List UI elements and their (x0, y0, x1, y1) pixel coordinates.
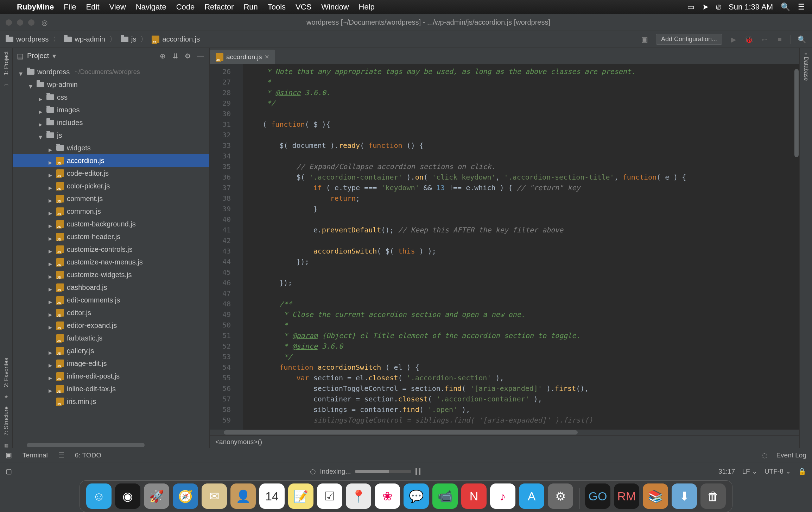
line-separator[interactable]: LF ⌄ (742, 467, 757, 475)
cursor-icon[interactable]: ➤ (702, 2, 709, 12)
disclosure-triangle-icon[interactable] (49, 272, 53, 277)
disclosure-triangle-icon[interactable] (49, 323, 53, 328)
dock-app-facetime[interactable]: 📹 (432, 483, 458, 509)
disclosure-triangle-icon[interactable] (39, 107, 44, 112)
tree-item-image-edit.js[interactable]: image-edit.js (13, 357, 209, 370)
tree-item-iris.min.js[interactable]: iris.min.js (13, 395, 209, 408)
tree-item-editor-expand.js[interactable]: editor-expand.js (13, 319, 209, 332)
lock-icon[interactable]: 🔒 (798, 467, 806, 475)
dock-app-launchpad[interactable]: 🚀 (144, 483, 169, 509)
disclosure-triangle-icon[interactable] (39, 120, 44, 125)
breadcrumb-wordpress[interactable]: wordpress (16, 35, 49, 43)
dock-app-downloads[interactable]: ⬇ (672, 483, 697, 509)
tree-item-customize-nav-menus.js[interactable]: customize-nav-menus.js (13, 256, 209, 268)
menu-vcs[interactable]: VCS (296, 2, 311, 12)
project-tree-hscrollbar[interactable] (13, 442, 209, 448)
window-minimize-button[interactable] (17, 19, 23, 26)
airplay-icon[interactable]: ⎚ (716, 2, 721, 12)
disclosure-triangle-icon[interactable] (39, 133, 44, 138)
disclosure-triangle-icon[interactable] (49, 171, 53, 176)
caret-position[interactable]: 31:17 (718, 468, 735, 475)
dock-app-news[interactable]: N (461, 483, 487, 509)
stop-icon[interactable]: ■ (775, 35, 784, 44)
menu-code[interactable]: Code (176, 2, 195, 12)
disclosure-triangle-icon[interactable] (49, 209, 53, 214)
dock-app-rubymine[interactable]: RM (614, 483, 639, 509)
disclosure-triangle-icon[interactable] (49, 183, 53, 188)
search-everywhere-icon[interactable]: 🔍 (797, 35, 806, 44)
dock-app-contacts[interactable]: 👤 (230, 483, 256, 509)
dropdown-chevron-icon[interactable]: ▾ (52, 52, 56, 60)
tree-item-gallery.js[interactable]: gallery.js (13, 344, 209, 357)
editor-breadcrumb[interactable]: <anonymous>() (215, 438, 262, 446)
dock-app-appstore[interactable]: A (519, 483, 544, 509)
locate-icon[interactable]: ⊕ (158, 51, 167, 61)
disclosure-triangle-icon[interactable] (49, 158, 53, 163)
disclosure-triangle-icon[interactable] (49, 285, 53, 290)
hide-panel-icon[interactable]: — (196, 51, 205, 61)
tree-item-farbtastic.js[interactable]: farbtastic.js (13, 332, 209, 344)
menu-help[interactable]: Help (359, 2, 375, 12)
tree-item-inline-edit-post.js[interactable]: inline-edit-post.js (13, 370, 209, 382)
disclosure-triangle-icon[interactable] (49, 260, 53, 264)
debug-icon[interactable]: 🐞 (744, 35, 753, 44)
tree-item-common.js[interactable]: common.js (13, 205, 209, 218)
project-panel-title[interactable]: Project (27, 52, 49, 60)
disclosure-triangle-icon[interactable] (49, 399, 53, 404)
dock-app-finder[interactable]: ☺ (86, 483, 112, 509)
line-number-gutter[interactable]: 2627282930313233343536373839404142434445… (210, 64, 234, 430)
breadcrumb-wp-admin[interactable]: wp-admin (75, 35, 105, 43)
file-encoding[interactable]: UTF-8 ⌄ (765, 467, 791, 475)
editor-hscrollbar[interactable] (210, 430, 799, 435)
tree-item-customize-widgets.js[interactable]: customize-widgets.js (13, 268, 209, 281)
disclosure-triangle-icon[interactable] (49, 247, 53, 252)
disclosure-triangle-icon[interactable] (39, 95, 44, 100)
disclosure-triangle-icon[interactable] (49, 386, 53, 391)
tool-structure-tab[interactable]: 7: Structure (3, 406, 9, 436)
tree-item-js[interactable]: js (13, 129, 209, 142)
disclosure-triangle-icon[interactable] (49, 336, 53, 341)
dock-app-notes[interactable]: 📝 (288, 483, 313, 509)
event-log-tab[interactable]: Event Log (776, 451, 806, 459)
tool-database-tab[interactable]: Database (803, 57, 809, 81)
disclosure-triangle-icon[interactable] (49, 374, 53, 379)
todo-tab[interactable]: 6: TODO (75, 451, 101, 459)
tree-item-wp-admin[interactable]: wp-admin (13, 78, 209, 91)
menu-navigate[interactable]: Navigate (136, 2, 166, 12)
menu-edit[interactable]: Edit (86, 2, 100, 12)
dock-app-trash[interactable]: 🗑 (700, 483, 726, 509)
menu-window[interactable]: Window (321, 2, 349, 12)
add-configuration-button[interactable]: Add Configuration... (656, 34, 722, 45)
tree-item-customize-controls.js[interactable]: customize-controls.js (13, 243, 209, 256)
tree-item-edit-comments.js[interactable]: edit-comments.js (13, 294, 209, 306)
tree-item-css[interactable]: css (13, 91, 209, 104)
tree-item-includes[interactable]: includes (13, 116, 209, 129)
disclosure-triangle-icon[interactable] (49, 221, 53, 226)
folder-strip-icon[interactable]: ▭ (4, 82, 8, 88)
dock-app-goland[interactable]: GO (585, 483, 610, 509)
tree-item-accordion.js[interactable]: accordion.js (13, 154, 209, 167)
tree-item-code-editor.js[interactable]: code-editor.js (13, 167, 209, 180)
clock[interactable]: Sun 1:39 AM (729, 2, 773, 12)
dock-app-preferences[interactable]: ⚙ (548, 483, 573, 509)
dock-app-mail[interactable]: ✉ (202, 483, 227, 509)
tree-item-custom-header.js[interactable]: custom-header.js (13, 230, 209, 243)
app-name[interactable]: RubyMine (17, 2, 54, 12)
dock-app-photos[interactable]: ❀ (375, 483, 400, 509)
window-zoom-button[interactable] (28, 19, 34, 26)
tree-item-comment.js[interactable]: comment.js (13, 192, 209, 205)
editor-vscrollbar[interactable] (794, 69, 799, 157)
tree-item-inline-edit-tax.js[interactable]: inline-edit-tax.js (13, 382, 209, 395)
dock-app-messages[interactable]: 💬 (404, 483, 429, 509)
menu-list-icon[interactable]: ☰ (798, 2, 805, 12)
close-tab-icon[interactable]: ✕ (265, 54, 269, 60)
disclosure-triangle-icon[interactable] (29, 82, 34, 87)
gear-icon[interactable]: ⚙ (183, 51, 192, 61)
disclosure-triangle-icon[interactable] (49, 310, 53, 315)
disclosure-triangle-icon[interactable] (49, 361, 53, 366)
database-icon[interactable]: ≡ (805, 51, 807, 57)
spotlight-icon[interactable]: 🔍 (781, 2, 790, 12)
menu-view[interactable]: View (109, 2, 126, 12)
tree-item-editor.js[interactable]: editor.js (13, 306, 209, 319)
dock-app-calendar[interactable]: 14 (259, 483, 285, 509)
